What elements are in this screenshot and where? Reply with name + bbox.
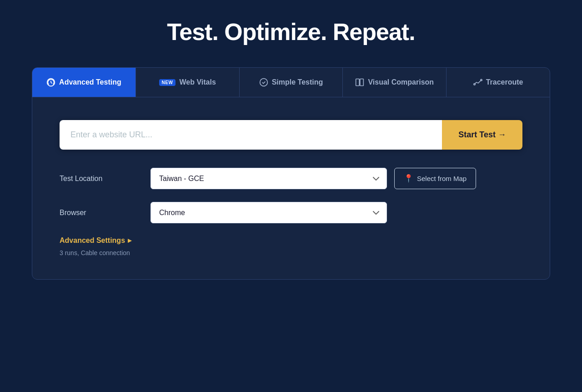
advanced-settings-arrow: ▸ xyxy=(128,236,131,245)
browser-group: Browser ChromeFirefoxSafariEdge xyxy=(60,202,522,223)
page-title: Test. Optimize. Repeat. xyxy=(167,18,415,45)
advanced-settings-row: Advanced Settings ▸ 3 runs, Cable connec… xyxy=(60,236,522,256)
tab-web-vitals-label: Web Vitals xyxy=(179,78,216,86)
select-from-map-button[interactable]: 📍 Select from Map xyxy=(394,168,476,189)
test-location-controls: Taiwan - GCESingapore - AWSTokyo - AWSSy… xyxy=(151,168,522,189)
advanced-settings-label: Advanced Settings xyxy=(60,236,125,245)
settings-summary: 3 runs, Cable connection xyxy=(60,249,522,256)
tab-web-vitals[interactable]: NEW Web Vitals xyxy=(136,68,240,97)
visual-icon xyxy=(355,78,364,87)
tab-advanced-testing[interactable]: Advanced Testing xyxy=(32,68,136,97)
speedometer-icon xyxy=(46,78,55,87)
tab-traceroute-label: Traceroute xyxy=(486,78,523,86)
tab-simple-testing-label: Simple Testing xyxy=(272,78,323,86)
tab-visual-comparison-label: Visual Comparison xyxy=(368,78,434,86)
url-row: Start Test → xyxy=(60,120,522,150)
tab-advanced-testing-label: Advanced Testing xyxy=(59,78,121,86)
url-input[interactable] xyxy=(60,120,442,150)
main-card: Advanced Testing NEW Web Vitals Simple T… xyxy=(32,67,550,280)
browser-controls: ChromeFirefoxSafariEdge xyxy=(151,202,522,223)
card-body: Start Test → Test Location Taiwan - GCES… xyxy=(32,97,550,279)
check-circle-icon xyxy=(259,78,268,87)
map-pin-icon: 📍 xyxy=(404,174,413,183)
svg-rect-3 xyxy=(360,79,364,86)
select-from-map-label: Select from Map xyxy=(417,175,467,182)
svg-rect-2 xyxy=(356,79,360,86)
new-badge: NEW xyxy=(159,79,176,86)
advanced-settings-toggle[interactable]: Advanced Settings ▸ xyxy=(60,236,131,245)
browser-label: Browser xyxy=(60,209,151,217)
test-location-group: Test Location Taiwan - GCESingapore - AW… xyxy=(60,168,522,189)
tab-visual-comparison[interactable]: Visual Comparison xyxy=(343,68,447,97)
tab-bar: Advanced Testing NEW Web Vitals Simple T… xyxy=(32,68,550,97)
traceroute-icon xyxy=(473,78,482,87)
start-test-button[interactable]: Start Test → xyxy=(442,120,522,150)
browser-select[interactable]: ChromeFirefoxSafariEdge xyxy=(151,202,387,223)
test-location-label: Test Location xyxy=(60,175,151,183)
svg-point-1 xyxy=(260,79,267,86)
test-location-select[interactable]: Taiwan - GCESingapore - AWSTokyo - AWSSy… xyxy=(151,168,387,189)
tab-simple-testing[interactable]: Simple Testing xyxy=(240,68,343,97)
tab-traceroute[interactable]: Traceroute xyxy=(447,68,550,97)
